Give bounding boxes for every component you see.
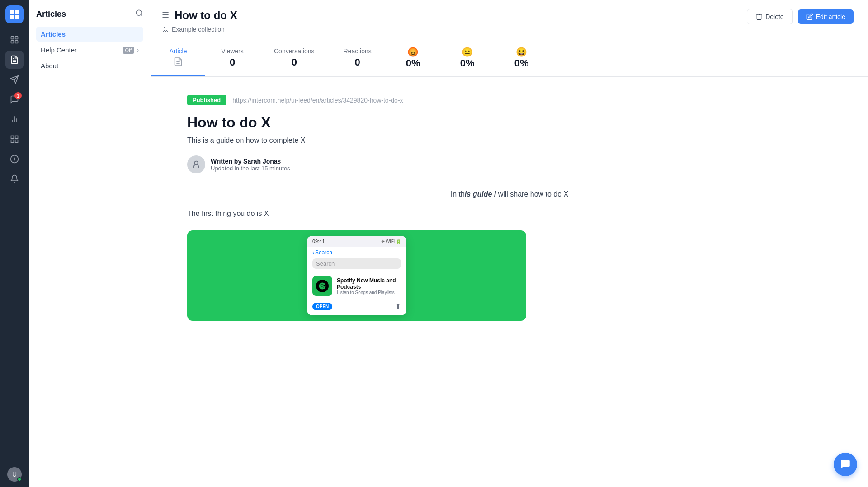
article-heading: How to do X: [187, 114, 832, 131]
tab-article[interactable]: Article: [151, 39, 205, 76]
tab-viewers[interactable]: Viewers 0: [205, 39, 259, 76]
sidebar-item-label: Help Center: [41, 46, 77, 54]
article-subtitle: This is a guide on how to complete X: [187, 136, 832, 145]
svg-rect-18: [11, 140, 14, 143]
spotify-logo: [312, 276, 332, 296]
sidebar-nav: Articles Help Center Off › About: [36, 27, 143, 73]
sidebar-item-about[interactable]: About: [36, 58, 143, 73]
svg-rect-1: [15, 10, 19, 14]
published-row: Published https://intercom.help/ui-feed/…: [187, 95, 832, 105]
inbox-badge: 1: [14, 92, 22, 99]
author-info: Written by Sarah Jonas Updated in the la…: [211, 158, 290, 172]
chat-bubble-button[interactable]: [834, 453, 857, 476]
angry-emoji: 😡: [407, 47, 419, 57]
article-image: 09:41 ✈WiFi🔋 ‹Search Search: [187, 230, 526, 321]
first-line: The first thing you do is X: [187, 207, 832, 220]
sidebar-item-articles[interactable]: Articles: [36, 27, 143, 42]
edit-label: Edit article: [816, 13, 845, 20]
sidebar-item-label: Articles: [41, 30, 66, 38]
spotify-card: 09:41 ✈WiFi🔋 ‹Search Search: [307, 236, 406, 315]
add-icon[interactable]: [5, 150, 24, 168]
author-updated: Updated in the last 15 minutes: [211, 165, 290, 172]
notifications-icon[interactable]: [5, 170, 24, 188]
user-avatar[interactable]: U: [7, 467, 22, 482]
spotify-info: Spotify New Music and Podcasts Listen to…: [337, 277, 401, 295]
guide-text: In this guide I will share how to do X: [187, 188, 832, 200]
tab-conversations-value: 0: [292, 56, 297, 68]
delete-label: Delete: [765, 13, 783, 20]
neutral-emoji: 😐: [462, 47, 473, 57]
angry-pct: 0%: [406, 57, 420, 69]
sidebar-item-label: About: [41, 62, 58, 70]
spotify-app-name: Spotify New Music and Podcasts: [337, 277, 401, 290]
tab-reaction-neutral[interactable]: 😐 0%: [440, 39, 495, 76]
sidebar: Articles Articles Help Center Off › Abou…: [29, 0, 151, 487]
online-status-dot: [17, 477, 22, 482]
send-icon[interactable]: [5, 70, 24, 89]
tab-reactions-value: 0: [355, 56, 360, 68]
svg-rect-6: [11, 41, 14, 43]
svg-rect-3: [15, 15, 19, 19]
happy-pct: 0%: [514, 57, 529, 69]
spotify-app-content: Spotify New Music and Podcasts Listen to…: [307, 272, 406, 300]
dashboard-icon[interactable]: [5, 31, 24, 49]
collection-label: Example collection: [172, 26, 225, 33]
page-header: ☰ How to do X 🗂 Example collection Delet…: [151, 0, 868, 39]
author-avatar: [187, 155, 205, 173]
spotify-share-icon[interactable]: ⬆: [395, 302, 401, 311]
search-icon[interactable]: [135, 9, 143, 19]
stats-bar: Article Viewers 0 Conversations 0 Reacti…: [151, 39, 868, 77]
sidebar-item-help-center[interactable]: Help Center Off ›: [36, 42, 143, 57]
sidebar-title-text: Articles: [36, 9, 66, 19]
tab-viewers-value: 0: [230, 56, 235, 68]
svg-rect-17: [15, 140, 18, 143]
tab-viewers-label: Viewers: [221, 47, 244, 55]
spotify-open-button[interactable]: OPEN: [312, 303, 332, 310]
svg-line-23: [141, 14, 142, 16]
collection-row: 🗂 Example collection: [162, 25, 237, 33]
article-tab-icon: [173, 56, 183, 69]
published-badge: Published: [187, 95, 226, 105]
author-row: Written by Sarah Jonas Updated in the la…: [187, 155, 832, 173]
collection-icon: 🗂: [162, 25, 169, 33]
header-actions: Delete Edit article: [747, 9, 854, 24]
app-logo: [5, 5, 24, 23]
page-title: How to do X: [175, 9, 237, 22]
tab-conversations-label: Conversations: [274, 47, 315, 55]
happy-emoji: 😀: [516, 47, 527, 57]
edit-article-button[interactable]: Edit article: [798, 9, 854, 24]
icon-rail: 1 U: [0, 0, 29, 487]
inbox-icon[interactable]: 1: [5, 90, 24, 108]
spotify-time: 09:41: [312, 239, 325, 244]
tab-reactions[interactable]: Reactions 0: [329, 39, 386, 76]
svg-rect-0: [10, 10, 14, 14]
main-content: ☰ How to do X 🗂 Example collection Delet…: [151, 0, 868, 487]
svg-rect-16: [15, 136, 18, 139]
neutral-pct: 0%: [460, 57, 475, 69]
status-icons: ✈WiFi🔋: [381, 239, 401, 244]
svg-rect-4: [11, 37, 14, 39]
sidebar-title: Articles: [36, 9, 143, 19]
tab-reaction-happy[interactable]: 😀 0%: [495, 39, 549, 76]
spotify-app-sub: Listen to Songs and Playlists: [337, 290, 401, 295]
tab-article-label: Article: [170, 47, 187, 55]
delete-button[interactable]: Delete: [747, 9, 792, 24]
svg-rect-2: [10, 15, 14, 19]
articles-icon[interactable]: [5, 51, 24, 69]
tab-reaction-angry[interactable]: 😡 0%: [386, 39, 440, 76]
chevron-right-icon: ›: [137, 47, 139, 53]
menu-icon[interactable]: ☰: [162, 10, 169, 20]
svg-rect-5: [15, 37, 18, 39]
article-url: https://intercom.help/ui-feed/en/article…: [232, 97, 403, 104]
toggle-off-badge: Off: [123, 47, 134, 54]
header-left: ☰ How to do X 🗂 Example collection: [162, 9, 237, 33]
article-body-text: In this guide I will share how to do X T…: [187, 188, 832, 220]
apps-icon[interactable]: [5, 130, 24, 148]
spotify-search-bar: Search: [312, 258, 401, 269]
spotify-back-button[interactable]: ‹Search: [307, 247, 406, 258]
svg-rect-15: [11, 136, 14, 139]
article-body-area: Published https://intercom.help/ui-feed/…: [151, 77, 868, 487]
reports-icon[interactable]: [5, 110, 24, 128]
svg-rect-7: [15, 41, 18, 43]
tab-conversations[interactable]: Conversations 0: [259, 39, 329, 76]
